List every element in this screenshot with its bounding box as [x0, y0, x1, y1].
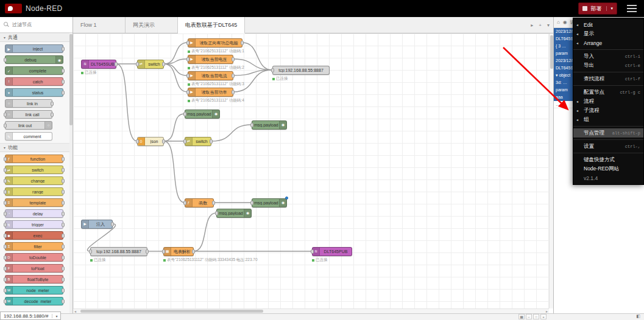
palette-node-range[interactable]: ⇕range — [5, 187, 63, 196]
wire[interactable] — [233, 70, 272, 92]
menu-item-search-flows[interactable]: 查找流程ctrl-f — [573, 74, 643, 83]
output-port[interactable] — [146, 249, 149, 254]
palette-node-delay[interactable]: ◔delay — [5, 209, 63, 218]
palette-node-inject[interactable]: ▶inject — [5, 44, 63, 53]
menu-item-flows[interactable]: ◂流程 — [573, 97, 643, 106]
flow-node-read-current[interactable]: ▶读取当前电流 — [188, 71, 233, 80]
input-port[interactable] — [4, 157, 7, 161]
palette-category-function[interactable]: ▾功能 — [0, 143, 69, 152]
flow-node-json-1[interactable]: {}json — [137, 137, 164, 146]
menu-item-manage-palette[interactable]: 节点管理alt-shift-p — [573, 128, 643, 137]
palette-node-decode_meter[interactable]: Mdecode_meter — [5, 297, 63, 305]
horizontal-scroll-thumb[interactable] — [80, 310, 263, 313]
flow-node-tcp-2[interactable]: tcp:192.168.88.55:8887 — [90, 247, 147, 256]
input-port[interactable] — [136, 62, 139, 66]
wire[interactable] — [116, 64, 137, 141]
flow-node-dlt645sub[interactable]: ≋DLT645SUB — [81, 60, 116, 69]
palette-node-floatToByte[interactable]: BfloatToByte — [5, 275, 63, 283]
input-port[interactable] — [4, 212, 7, 216]
tab-scroll-icon[interactable]: ▸ — [531, 23, 533, 28]
output-port[interactable] — [62, 157, 65, 161]
output-port[interactable] — [62, 80, 65, 84]
input-port[interactable] — [183, 201, 186, 205]
output-port[interactable] — [210, 139, 213, 144]
flow-node-switch-1[interactable]: ⇄switch — [137, 60, 164, 69]
input-port[interactable] — [250, 123, 253, 127]
flow-node-debug-3[interactable]: ◉msg.payload — [252, 198, 287, 207]
output-port[interactable] — [62, 179, 65, 183]
output-port[interactable] — [62, 256, 65, 260]
flow-node-inject-1[interactable]: ▶注入 — [81, 220, 113, 229]
flow-node-tcp-1[interactable]: tcp:192.168.88.55:8887 — [272, 66, 330, 75]
zoom-reset-button[interactable]: ○ — [533, 314, 539, 319]
palette-node-debug[interactable]: ◉debug — [5, 55, 63, 64]
flow-node-debug-2[interactable]: ◉msg.payload — [252, 120, 287, 130]
canvas-vertical-scrollbar[interactable] — [549, 33, 553, 308]
palette-node-toFloat[interactable]: FtoFloat — [5, 264, 63, 273]
output-port[interactable] — [241, 41, 244, 45]
palette-node-filter[interactable]: Σfilter — [5, 242, 63, 251]
output-port[interactable] — [62, 299, 65, 304]
palette-category-common[interactable]: ▾共通 — [0, 33, 69, 42]
wire[interactable] — [164, 141, 185, 203]
input-port[interactable] — [186, 41, 189, 45]
wire[interactable] — [194, 213, 216, 251]
input-port[interactable] — [4, 58, 7, 62]
flow-node-switch-2[interactable]: ⇄switch — [185, 137, 211, 146]
output-port[interactable] — [62, 47, 65, 51]
palette-node-link-in[interactable]: ○link in — [5, 99, 52, 108]
input-port[interactable] — [4, 234, 7, 238]
menu-item-import[interactable]: 导入ctrl-i — [573, 52, 643, 61]
palette-node-trigger[interactable]: ↯trigger — [5, 220, 63, 229]
debug-icon[interactable]: ◉ — [563, 19, 567, 25]
output-port[interactable] — [62, 69, 65, 73]
wire[interactable] — [164, 64, 188, 92]
output-port[interactable] — [62, 234, 65, 238]
input-port[interactable] — [4, 288, 7, 293]
input-port[interactable] — [4, 123, 7, 128]
menu-item-website[interactable]: Node-RED网站 — [573, 164, 643, 173]
flow-canvas[interactable]: ≋DLT645SUB已连接⇄switch▶读取正向有功总电能表号"2106251… — [73, 33, 549, 308]
deploy-options-caret-icon[interactable]: ▾ — [606, 6, 617, 11]
output-port[interactable] — [51, 102, 54, 106]
input-port[interactable] — [4, 277, 7, 282]
input-port[interactable] — [250, 201, 253, 205]
menu-item-subflows[interactable]: ◂子流程 — [573, 106, 643, 115]
palette-search-input[interactable] — [12, 22, 64, 27]
palette-node-template[interactable]: ≡template — [5, 198, 63, 207]
menu-item-groups[interactable]: ◂组 — [573, 115, 643, 124]
flow-node-read-power[interactable]: ▶读取当前功率 — [188, 88, 233, 97]
wire[interactable] — [164, 114, 185, 141]
input-port[interactable] — [183, 112, 186, 116]
flow-list-icon[interactable]: ▾ — [547, 23, 550, 28]
navigator-toggle-icon[interactable]: ▦ — [518, 314, 525, 319]
output-port[interactable] — [212, 201, 215, 205]
output-port[interactable] — [62, 245, 65, 249]
add-flow-button[interactable]: + — [539, 23, 542, 28]
zoom-in-button[interactable]: + — [540, 314, 547, 319]
palette-node-toDouble[interactable]: DtoDouble — [5, 253, 63, 262]
input-port[interactable] — [89, 249, 92, 254]
wire[interactable] — [211, 125, 252, 141]
input-port[interactable] — [215, 211, 218, 215]
palette-scrollbar[interactable] — [69, 33, 73, 313]
input-port[interactable] — [4, 179, 7, 183]
palette-search[interactable] — [0, 17, 73, 33]
wire[interactable] — [242, 43, 272, 70]
flow-node-function-1[interactable]: ƒ函数 — [185, 198, 214, 207]
palette-node-function[interactable]: ƒfunction — [5, 155, 63, 163]
output-port[interactable] — [62, 201, 65, 205]
menu-item-keyboard-shortcuts[interactable]: 键盘快捷方式 — [573, 155, 643, 164]
input-port[interactable] — [4, 299, 7, 304]
output-port[interactable] — [62, 223, 65, 227]
menu-item-config-nodes[interactable]: 配置节点ctrl-g c — [573, 88, 643, 97]
palette-node-exec[interactable]: ✱exec — [5, 231, 63, 240]
output-port[interactable] — [111, 222, 114, 226]
palette-node-catch[interactable]: !catch — [5, 77, 63, 86]
flow-node-read-energy[interactable]: ▶读取正向有功总电能 — [188, 38, 242, 47]
flow-node-debug-4[interactable]: ◉msg.payload — [216, 209, 252, 218]
zoom-out-button[interactable]: − — [526, 314, 532, 319]
input-port[interactable] — [162, 249, 165, 254]
wire[interactable] — [164, 64, 188, 75]
output-port[interactable] — [232, 90, 235, 94]
